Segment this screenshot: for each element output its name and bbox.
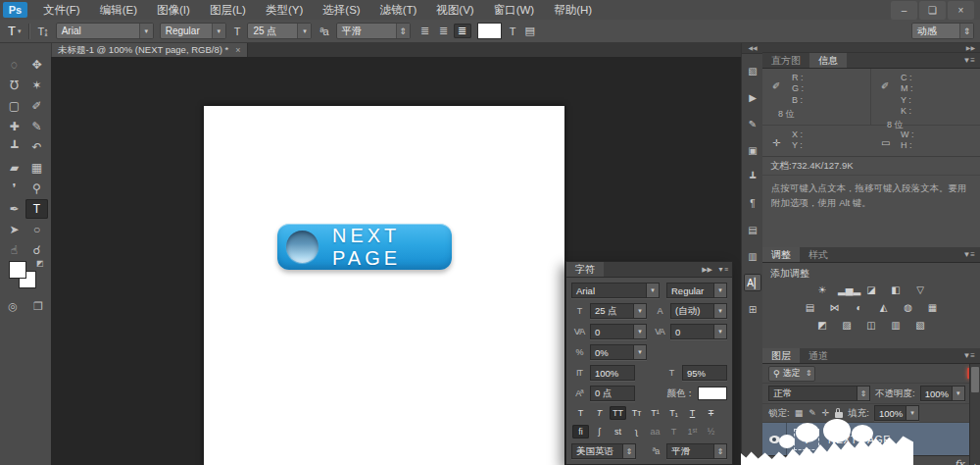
- char-leading-field[interactable]: (自动): [670, 303, 727, 319]
- subscript-button[interactable]: T₁: [665, 406, 682, 420]
- char-kerning-field[interactable]: 0: [590, 324, 647, 339]
- lock-position-icon[interactable]: ✛: [822, 408, 830, 418]
- tab-histogram[interactable]: 直方图: [762, 53, 809, 68]
- paragraph-styles-panel-icon[interactable]: ▥: [744, 247, 761, 265]
- faux-italic-button[interactable]: T: [591, 406, 608, 420]
- strikethrough-button[interactable]: T: [703, 406, 719, 420]
- menu-type[interactable]: 类型(Y): [256, 0, 313, 20]
- char-anti-alias-select[interactable]: 平滑: [666, 443, 727, 459]
- info-panel-menu-icon[interactable]: ▼≡: [962, 53, 980, 68]
- color-lookup-icon[interactable]: ▦: [924, 301, 942, 314]
- tab-close-icon[interactable]: ×: [235, 45, 240, 55]
- invert-icon[interactable]: ◩: [813, 319, 831, 332]
- menu-view[interactable]: 视图(V): [426, 0, 483, 20]
- blur-tool[interactable]: ❜: [3, 179, 25, 198]
- standard-ligatures-button[interactable]: fi: [572, 425, 589, 439]
- document-tab[interactable]: 未标题-1 @ 100% (NEXT page, RGB/8) * ×: [51, 43, 248, 57]
- superscript-button[interactable]: T¹: [647, 406, 663, 420]
- elliptical-marquee-tool[interactable]: ◌: [3, 55, 25, 75]
- ellipse-tool[interactable]: ○: [25, 220, 48, 239]
- toggle-panels-button[interactable]: ▤: [522, 25, 535, 37]
- menu-file[interactable]: 文件(F): [33, 0, 90, 20]
- align-right-icon[interactable]: ≣: [454, 24, 471, 38]
- discretionary-ligatures-button[interactable]: st: [610, 425, 626, 439]
- tool-preset-button[interactable]: T ▾: [6, 24, 23, 38]
- menu-help[interactable]: 帮助(H): [544, 0, 602, 20]
- underline-button[interactable]: T: [684, 406, 701, 420]
- actions-panel-icon[interactable]: ▶: [744, 88, 761, 106]
- foreground-color-swatch[interactable]: [9, 261, 26, 279]
- stylistic-alternates-button[interactable]: aa: [647, 425, 663, 439]
- brush-tool[interactable]: ✎: [25, 117, 48, 136]
- scrollbar-thumb[interactable]: [971, 367, 979, 392]
- brush-panel-icon[interactable]: ✎: [744, 115, 761, 132]
- titling-alternates-button[interactable]: T: [665, 425, 682, 439]
- pen-tool[interactable]: ✒: [3, 199, 25, 219]
- panel-menu-icon[interactable]: ▼≡: [717, 266, 728, 273]
- collapse-panels-button[interactable]: ▶▶: [762, 43, 980, 53]
- all-caps-button[interactable]: TT: [610, 406, 626, 420]
- magic-wand-tool[interactable]: ✶: [25, 76, 48, 95]
- tab-adjustments[interactable]: 调整: [762, 247, 800, 262]
- layers-panel-menu-icon[interactable]: ▼≡: [962, 348, 980, 363]
- menu-layer[interactable]: 图层(L): [200, 0, 256, 20]
- char-size-field[interactable]: 25 点: [590, 303, 647, 319]
- 3d-panel-icon[interactable]: ▧: [744, 62, 761, 79]
- lock-all-icon[interactable]: [835, 412, 843, 418]
- gradient-tool[interactable]: ▦: [25, 158, 48, 178]
- tab-info[interactable]: 信息: [809, 53, 847, 68]
- crop-tool[interactable]: ▢: [3, 96, 25, 116]
- eraser-tool[interactable]: ▰: [3, 158, 25, 178]
- char-tracking-field[interactable]: 0: [670, 324, 727, 339]
- channel-mixer-icon[interactable]: ◍: [900, 301, 917, 314]
- healing-brush-tool[interactable]: ✚: [3, 117, 25, 136]
- character-styles-panel-icon[interactable]: ▤: [744, 221, 761, 238]
- menu-filter[interactable]: 滤镜(T): [370, 0, 427, 20]
- close-button[interactable]: ×: [948, 1, 974, 20]
- font-family-select[interactable]: Arial: [56, 23, 154, 39]
- glyphs-panel-icon[interactable]: ⊞: [744, 300, 761, 318]
- char-proportional-spacing-field[interactable]: 0%: [590, 344, 647, 360]
- layer-effects-badge[interactable]: fx: [955, 458, 964, 465]
- contextual-alternates-button[interactable]: ʃ: [591, 425, 608, 439]
- minimize-button[interactable]: –: [891, 1, 917, 20]
- ordinals-button[interactable]: 1ˢᵗ: [684, 425, 701, 439]
- photo-filter-icon[interactable]: ◭: [875, 301, 893, 314]
- character-panel-icon[interactable]: A⎢: [744, 274, 761, 291]
- menu-edit[interactable]: 编辑(E): [90, 0, 147, 20]
- lock-image-pixels-icon[interactable]: ✎: [808, 408, 816, 418]
- history-brush-tool[interactable]: ↶: [25, 137, 48, 157]
- collapse-panel-icon[interactable]: ▶▶: [702, 266, 712, 274]
- align-center-icon[interactable]: ≣: [435, 24, 453, 38]
- clone-stamp-tool[interactable]: ┻: [3, 137, 25, 157]
- hue-saturation-icon[interactable]: ▤: [802, 301, 819, 314]
- tab-layers[interactable]: 图层: [762, 348, 800, 363]
- black-white-icon[interactable]: ◐: [851, 301, 868, 314]
- color-swatches[interactable]: ◩: [9, 261, 42, 290]
- menu-window[interactable]: 窗口(W): [484, 0, 545, 20]
- paragraph-panel-icon[interactable]: ¶: [744, 194, 761, 212]
- brightness-contrast-icon[interactable]: ☀: [813, 284, 831, 296]
- char-color-swatch[interactable]: [698, 387, 727, 400]
- dodge-tool[interactable]: ⚲: [25, 179, 48, 198]
- workspace-select[interactable]: 动感: [911, 23, 974, 39]
- threshold-icon[interactable]: ◫: [862, 319, 880, 332]
- quick-mask-button[interactable]: ◎: [8, 300, 18, 313]
- zoom-tool[interactable]: ☌: [25, 240, 48, 260]
- swash-button[interactable]: ʅ: [628, 425, 645, 439]
- default-colors-icon[interactable]: ◩: [36, 259, 44, 268]
- font-size-select[interactable]: 25 点: [247, 23, 312, 39]
- document-canvas[interactable]: NEXT PAGE: [204, 106, 564, 465]
- tool-presets-panel-icon[interactable]: ┻: [744, 168, 761, 185]
- align-left-icon[interactable]: ≣: [416, 24, 434, 38]
- move-tool[interactable]: ✥: [25, 55, 48, 75]
- fractions-button[interactable]: ½: [703, 425, 719, 439]
- lock-transparent-pixels-icon[interactable]: ▦: [795, 408, 804, 418]
- char-font-style-select[interactable]: Regular: [666, 283, 727, 298]
- layer-filter-select[interactable]: ⚲ 选定: [768, 366, 815, 382]
- type-tool[interactable]: T: [25, 199, 48, 219]
- text-orientation-button[interactable]: T↨: [35, 26, 49, 37]
- color-balance-icon[interactable]: ⋈: [826, 301, 844, 314]
- curves-icon[interactable]: ◪: [862, 284, 880, 296]
- warp-text-button[interactable]: T: [508, 26, 517, 37]
